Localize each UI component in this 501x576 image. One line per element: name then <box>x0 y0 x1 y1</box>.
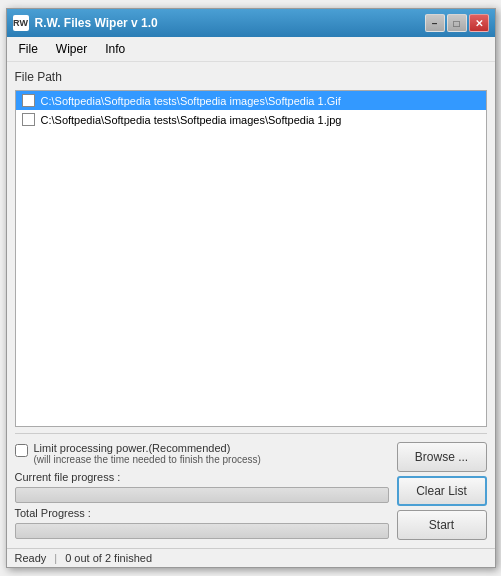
file-checkbox-1[interactable] <box>22 94 35 107</box>
window-title: R.W. Files Wiper v 1.0 <box>35 16 158 30</box>
close-button[interactable]: ✕ <box>469 14 489 32</box>
limit-processing-sub: (will increase the time needed to finish… <box>34 454 261 465</box>
current-progress-bar <box>15 487 389 503</box>
main-window: RW R.W. Files Wiper v 1.0 – □ ✕ File Wip… <box>6 8 496 568</box>
bottom-section: Limit processing power.(Recommended) (wi… <box>15 433 487 540</box>
buttons-right: Browse ... Clear List Start <box>397 442 487 540</box>
file-row[interactable]: C:\Softpedia\Softpedia tests\Softpedia i… <box>16 91 486 110</box>
file-path-2: C:\Softpedia\Softpedia tests\Softpedia i… <box>41 114 342 126</box>
limit-processing-label: Limit processing power.(Recommended) <box>34 442 261 454</box>
file-path-label: File Path <box>15 70 487 84</box>
title-bar-controls: – □ ✕ <box>425 14 489 32</box>
options-left: Limit processing power.(Recommended) (wi… <box>15 442 389 539</box>
current-file-label: Current file progress : <box>15 471 389 483</box>
options-and-buttons: Limit processing power.(Recommended) (wi… <box>15 442 487 540</box>
status-progress-text: 0 out of 2 finished <box>65 552 152 564</box>
status-divider: | <box>54 552 57 564</box>
browse-button[interactable]: Browse ... <box>397 442 487 472</box>
status-ready: Ready <box>15 552 47 564</box>
start-button[interactable]: Start <box>397 510 487 540</box>
progress-section: Current file progress : Total Progress : <box>15 471 389 539</box>
limit-processing-text: Limit processing power.(Recommended) (wi… <box>34 442 261 465</box>
clear-list-button[interactable]: Clear List <box>397 476 487 506</box>
file-path-1: C:\Softpedia\Softpedia tests\Softpedia i… <box>41 95 341 107</box>
file-row[interactable]: C:\Softpedia\Softpedia tests\Softpedia i… <box>16 110 486 129</box>
title-bar: RW R.W. Files Wiper v 1.0 – □ ✕ <box>7 9 495 37</box>
limit-processing: Limit processing power.(Recommended) (wi… <box>15 442 389 465</box>
menu-wiper[interactable]: Wiper <box>48 39 95 59</box>
app-icon: RW <box>13 15 29 31</box>
total-progress-label: Total Progress : <box>15 507 389 519</box>
menu-file[interactable]: File <box>11 39 46 59</box>
status-bar: Ready | 0 out of 2 finished <box>7 548 495 567</box>
total-progress-bar <box>15 523 389 539</box>
file-list[interactable]: C:\Softpedia\Softpedia tests\Softpedia i… <box>15 90 487 427</box>
title-bar-left: RW R.W. Files Wiper v 1.0 <box>13 15 158 31</box>
file-path-section: File Path C:\Softpedia\Softpedia tests\S… <box>15 70 487 427</box>
limit-processing-checkbox[interactable] <box>15 444 28 457</box>
menu-bar: File Wiper Info <box>7 37 495 62</box>
minimize-button[interactable]: – <box>425 14 445 32</box>
file-checkbox-2[interactable] <box>22 113 35 126</box>
main-content: File Path C:\Softpedia\Softpedia tests\S… <box>7 62 495 548</box>
menu-info[interactable]: Info <box>97 39 133 59</box>
restore-button[interactable]: □ <box>447 14 467 32</box>
